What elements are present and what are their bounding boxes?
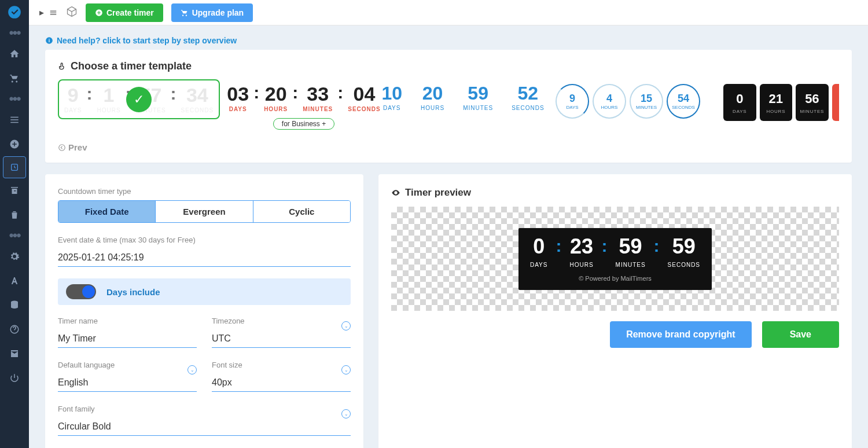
caret-right-icon: ▸	[39, 7, 44, 18]
app-logo[interactable]	[0, 0, 29, 24]
cube-icon[interactable]	[66, 6, 78, 20]
fontsize-select[interactable]	[212, 374, 351, 392]
chevron-down-icon: ⌄	[341, 365, 351, 374]
upgrade-plan-button[interactable]: Upgrade plan	[171, 3, 253, 22]
sidebar-font-icon[interactable]	[0, 269, 29, 293]
sidebar-trash-icon[interactable]	[0, 203, 29, 227]
help-link[interactable]: Need help? click to start step by step o…	[29, 36, 868, 50]
template-option-4[interactable]: 9DAYS 4HOURS 15MINUTES 54SECONDS	[550, 79, 706, 123]
preview-panel: Timer preview 0DAYS : 23HOURS : 59MINUTE…	[378, 174, 852, 448]
cart-icon	[181, 9, 189, 17]
plus-circle-icon	[95, 9, 103, 17]
remove-brand-button[interactable]: Remove brand copyright	[610, 321, 751, 348]
check-icon: ✓	[126, 87, 152, 112]
days-include-label: Days include	[106, 287, 160, 297]
panel-title: Choose a timer template	[58, 60, 839, 72]
sidebar-separator: •••	[0, 24, 29, 42]
language-select[interactable]	[58, 374, 197, 392]
days-include-row: Days include	[58, 278, 351, 305]
sidebar-cart-icon[interactable]	[0, 66, 29, 90]
preview-title: Timer preview	[391, 187, 839, 199]
tab-fixed-date[interactable]: Fixed Date	[58, 201, 155, 222]
sidebar-add-icon[interactable]	[0, 132, 29, 156]
language-label: Default language	[58, 361, 197, 369]
sidebar-settings-icon[interactable]	[0, 244, 29, 269]
sidebar-list-icon[interactable]	[0, 108, 29, 132]
fontsize-label: Font size	[212, 361, 351, 369]
template-option-2[interactable]: 03DAYS : 20HOURS : 33MINUTES : 04SECONDS…	[231, 79, 376, 134]
svg-point-4	[59, 144, 65, 150]
eye-icon	[391, 188, 400, 197]
sidebar-timer-icon[interactable]	[3, 156, 26, 178]
event-date-input[interactable]	[58, 249, 351, 267]
chevron-left-circle-icon	[58, 144, 66, 152]
hand-pointer-icon	[58, 62, 67, 71]
sidebar-toggle[interactable]: ▸	[39, 7, 58, 18]
fontfamily-label: Font family	[58, 405, 351, 413]
template-option-5[interactable]: 0DAYS 21HOURS 56MINUTES	[718, 79, 839, 126]
sidebar-archive-icon[interactable]	[0, 178, 29, 203]
sidebar-home-icon[interactable]	[0, 42, 29, 66]
timezone-label: Timezone	[212, 317, 351, 325]
template-option-1[interactable]: 9DAYS : 1HOURS : 57MINUTES : 34SECONDS ✓	[58, 79, 220, 119]
preview-timer: 0DAYS : 23HOURS : 59MINUTES : 59SECONDS …	[518, 228, 712, 290]
settings-panel: Countdown timer type Fixed Date Evergree…	[45, 174, 363, 448]
sidebar-separator: •••	[0, 227, 29, 244]
template-panel: Choose a timer template 9DAYS : 1HOURS :…	[45, 50, 852, 163]
info-icon	[45, 36, 53, 45]
fontfamily-select[interactable]	[58, 418, 351, 436]
template-option-3[interactable]: 10DAYS 20HOURS 59MINUTES 52SECONDS	[388, 79, 538, 117]
chevron-down-icon: ⌄	[341, 409, 351, 418]
powered-by-label: © Powered by MailTimers	[530, 275, 700, 282]
sidebar-power-icon[interactable]	[0, 366, 29, 390]
preview-canvas: 0DAYS : 23HOURS : 59MINUTES : 59SECONDS …	[391, 207, 839, 311]
timer-name-input[interactable]	[58, 330, 197, 348]
chevron-down-icon: ⌄	[341, 321, 351, 331]
sidebar-database-icon[interactable]	[0, 293, 29, 317]
save-button[interactable]: Save	[762, 321, 839, 348]
business-badge: for Business +	[273, 118, 334, 130]
sidebar: ••• ••• •••	[0, 0, 29, 448]
timezone-select[interactable]	[212, 330, 351, 348]
create-timer-button[interactable]: Create timer	[86, 3, 163, 22]
timer-type-label: Countdown timer type	[58, 187, 351, 196]
sidebar-mail-icon[interactable]	[0, 341, 29, 366]
timer-type-tabs: Fixed Date Evergreen Cyclic	[58, 200, 351, 223]
menu-icon	[49, 9, 58, 17]
prev-button[interactable]: Prev	[58, 142, 839, 152]
tab-evergreen[interactable]: Evergreen	[155, 201, 252, 222]
timer-name-label: Timer name	[58, 317, 197, 325]
event-date-label: Event date & time (max 30 days for Free)	[58, 236, 351, 244]
topbar: ▸ Create timer Upgrade plan	[29, 0, 868, 25]
days-include-toggle[interactable]	[66, 284, 96, 299]
sidebar-separator: •••	[0, 90, 29, 108]
chevron-down-icon: ⌄	[187, 365, 197, 374]
sidebar-help-icon[interactable]	[0, 317, 29, 341]
tab-cyclic[interactable]: Cyclic	[253, 201, 350, 222]
